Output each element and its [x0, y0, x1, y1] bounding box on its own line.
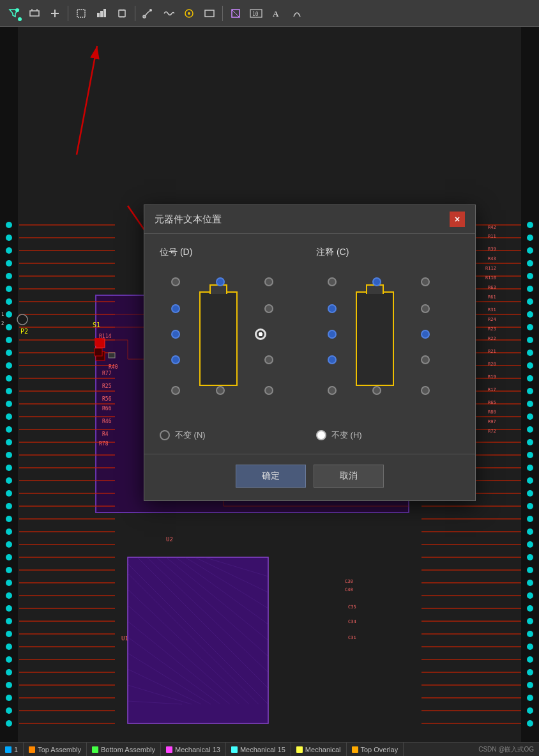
svg-point-158 — [527, 669, 533, 675]
dot-btr-1[interactable] — [264, 386, 273, 395]
dot-ml-2[interactable] — [328, 304, 337, 313]
status-bottom-assembly[interactable]: Bottom Assembly — [87, 743, 161, 756]
status-mechanical[interactable]: Mechanical — [291, 743, 347, 756]
radio-keep-right-label: 不变 (H) — [331, 429, 362, 441]
radio-keep-right[interactable] — [316, 430, 326, 440]
svg-point-90 — [6, 311, 12, 318]
svg-text:R66: R66 — [102, 406, 112, 412]
svg-point-156 — [527, 644, 533, 650]
chart-icon[interactable] — [93, 4, 110, 22]
dot-tl-1[interactable] — [171, 277, 180, 286]
dot-ml-1[interactable] — [171, 304, 180, 313]
wave-icon[interactable] — [160, 4, 178, 22]
dot-btm-1[interactable] — [216, 386, 225, 395]
svg-point-122 — [6, 720, 12, 727]
highlight-icon[interactable] — [227, 4, 245, 22]
dot-tr-1[interactable] — [264, 277, 273, 286]
dot-mr-2[interactable] — [421, 304, 430, 313]
svg-text:S1: S1 — [93, 321, 100, 328]
dot-btl-2[interactable] — [328, 386, 337, 395]
left-col-title: 位号 (D) — [160, 247, 303, 258]
dot-br-2[interactable] — [421, 355, 430, 364]
svg-text:R65: R65 — [488, 400, 496, 405]
radio-row-left: 不变 (N) — [160, 429, 303, 441]
net-inspector-icon[interactable]: 10 — [247, 4, 265, 22]
svg-point-114 — [6, 618, 12, 624]
svg-point-151 — [527, 580, 533, 586]
dot-bl-1[interactable] — [171, 355, 180, 364]
svg-rect-238 — [95, 338, 102, 346]
svg-point-154 — [527, 618, 533, 624]
via-icon[interactable] — [180, 4, 198, 22]
svg-point-147 — [527, 528, 533, 535]
filter-icon[interactable] — [5, 4, 23, 22]
radio-keep-left[interactable] — [160, 430, 170, 440]
dot-mr-1[interactable] — [264, 304, 273, 313]
svg-rect-254 — [103, 9, 106, 17]
cancel-button[interactable]: 取消 — [314, 465, 384, 488]
svg-point-153 — [527, 605, 533, 612]
position-grid-right — [316, 266, 444, 419]
svg-point-93 — [6, 350, 12, 356]
dot-mr2-2[interactable] — [421, 330, 430, 339]
status-top-assembly[interactable]: Top Assembly — [24, 743, 87, 756]
svg-point-160 — [527, 695, 533, 701]
status-mechanical-15[interactable]: Mechanical 15 — [226, 743, 291, 756]
confirm-button[interactable]: 确定 — [236, 465, 306, 488]
dot-bl-2[interactable] — [328, 355, 337, 364]
dot-tm-2[interactable] — [372, 277, 381, 286]
svg-text:P2: P2 — [20, 328, 28, 335]
svg-point-139 — [527, 426, 533, 433]
right-col-title: 注释 (C) — [316, 247, 460, 258]
svg-text:R80: R80 — [488, 410, 496, 415]
dot-tl-2[interactable] — [328, 277, 337, 286]
svg-point-245 — [15, 8, 19, 12]
toolbar-separator-3 — [222, 6, 223, 21]
svg-text:U1: U1 — [121, 635, 128, 642]
svg-point-99 — [6, 426, 12, 433]
chip-icon[interactable] — [113, 4, 131, 22]
svg-point-88 — [6, 286, 12, 292]
status-top-overlay[interactable]: Top Overlay — [347, 743, 404, 756]
svg-point-129 — [527, 298, 533, 305]
svg-text:C34: C34 — [348, 619, 356, 624]
status-layer-1[interactable]: 1 — [0, 743, 24, 756]
svg-point-96 — [6, 388, 12, 394]
component-highlight-icon[interactable] — [26, 4, 43, 22]
status-mechanical-13[interactable]: Mechanical 13 — [161, 743, 226, 756]
dot-tr-2[interactable] — [421, 277, 430, 286]
dot-ml2-2[interactable] — [328, 330, 337, 339]
rect-select-icon[interactable] — [72, 4, 90, 22]
add-icon[interactable] — [46, 4, 64, 22]
svg-point-89 — [6, 298, 12, 305]
svg-text:R63: R63 — [488, 285, 496, 290]
svg-point-137 — [527, 401, 533, 407]
dot-center-1[interactable] — [171, 330, 180, 339]
svg-point-97 — [6, 401, 12, 407]
svg-text:U2: U2 — [166, 536, 173, 543]
svg-point-146 — [527, 516, 533, 522]
dot-br-1[interactable] — [264, 355, 273, 364]
svg-point-110 — [6, 567, 12, 573]
dot-btl-1[interactable] — [171, 386, 180, 395]
dot-btm-2[interactable] — [372, 386, 381, 395]
status-label-top-overlay: Top Overlay — [361, 746, 399, 753]
text-icon[interactable]: A — [268, 4, 285, 22]
svg-point-126 — [527, 260, 533, 266]
dot-center-selected-1[interactable] — [255, 328, 266, 340]
svg-text:C35: C35 — [348, 605, 356, 610]
svg-point-87 — [6, 273, 12, 279]
svg-text:R23: R23 — [488, 327, 496, 332]
component-shape-left — [199, 291, 238, 386]
arc-icon[interactable] — [288, 4, 306, 22]
dot-btr-2[interactable] — [421, 386, 430, 395]
status-label-mech-13: Mechanical 13 — [175, 746, 220, 753]
svg-point-135 — [527, 375, 533, 382]
svg-point-134 — [527, 362, 533, 369]
dot-tm-1[interactable] — [216, 277, 225, 286]
route-icon[interactable] — [139, 4, 157, 22]
board-outline-icon[interactable] — [201, 4, 218, 22]
svg-text:C40: C40 — [345, 587, 353, 592]
dialog-close-button[interactable]: × — [450, 212, 465, 227]
status-label-bottom-assembly: Bottom Assembly — [101, 746, 155, 753]
